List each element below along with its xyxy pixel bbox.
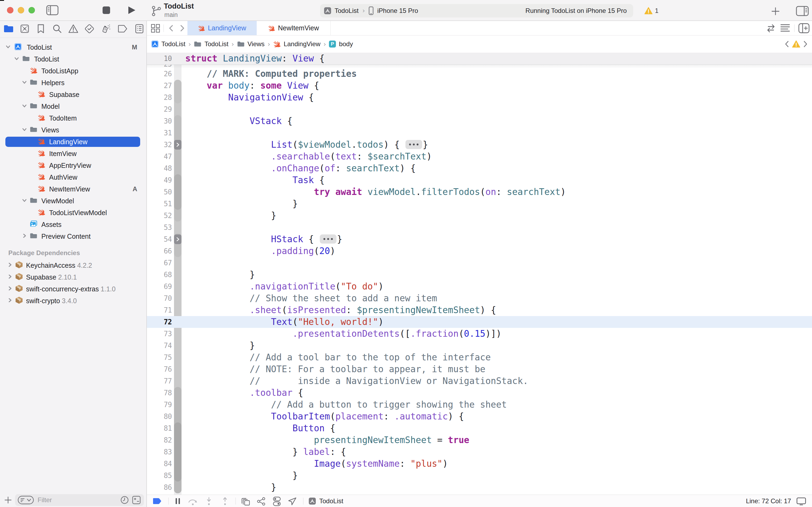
sidebar-item-todolist[interactable]: TodoListM [0,41,147,53]
simulate-location-icon[interactable] [288,497,297,506]
related-items-grid-icon[interactable] [151,23,160,33]
code-line-72[interactable]: 72Text("Hello, world!") [147,316,812,328]
code-line-51[interactable]: 51} [147,198,812,210]
editor-tab-newitemview[interactable]: NewItemView [257,21,330,35]
code-line-27[interactable]: 27var body: some View { [147,80,812,92]
jumpbar-item-views[interactable]: Views [237,40,265,48]
code-line-66[interactable]: 66.padding(20) [147,245,812,257]
code-fold-ellipsis[interactable] [405,140,422,149]
code-line-68[interactable]: 68} [147,269,812,281]
navigator-tab-reports-icon[interactable] [135,24,143,35]
source-control-status-icon[interactable] [132,496,141,504]
toggle-left-sidebar-icon[interactable] [46,5,59,15]
code-line-82[interactable]: 82presentingNewItemSheet = true [147,434,812,446]
code-line-26[interactable]: 26// MARK: Computed properties [147,68,812,80]
sidebar-item-todolistapp[interactable]: TodoListApp [0,65,147,77]
code-line-67[interactable]: 67 [147,257,812,269]
code-line-80[interactable]: 80ToolbarItem(placement: .automatic) { [147,410,812,422]
code-line-29[interactable]: 29 [147,103,812,115]
close-window-button[interactable] [7,7,13,13]
debug-process-chip[interactable]: TodoList [308,495,343,507]
code-line-84[interactable]: 84Image(systemName: "plus") [147,458,812,470]
sidebar-item-assets[interactable]: Assets [0,219,147,230]
code-line-52[interactable]: 52} [147,210,812,222]
go-forward-chevron-icon[interactable] [178,24,186,32]
jumpbar-item-body[interactable]: Pbody [329,40,353,48]
sidebar-item-model[interactable]: Model [0,101,147,112]
step-into-icon[interactable] [204,497,214,506]
disclosure-expanded-icon[interactable] [21,79,27,86]
navigator-tab-bookmarks-icon[interactable] [37,24,45,35]
code-line-47[interactable]: 47.searchable(text: $searchText) [147,151,812,163]
code-line-78[interactable]: 78.toolbar { [147,387,812,399]
disclosure-expanded-icon[interactable] [21,126,27,133]
navigator-tab-issues-icon[interactable] [68,24,78,35]
code-line-86[interactable]: 86} [147,482,812,493]
sidebar-item-todoitem[interactable]: TodoItem [0,112,147,124]
jumpbar-item-todolist[interactable]: TodoList [194,40,228,48]
navigator-tab-find-icon[interactable] [52,24,62,35]
next-issue-chevron-icon[interactable] [802,40,809,48]
code-line-77[interactable]: 77// inside a NavigationView or Navigati… [147,375,812,387]
environment-overrides-icon[interactable] [272,497,282,506]
step-over-icon[interactable] [188,497,198,506]
package-item-swift-crypto[interactable]: swift-crypto 3.4.0 [0,295,147,307]
package-item-supabase[interactable]: Supabase 2.10.1 [0,271,147,283]
code-line-49[interactable]: 49Task { [147,174,812,186]
breakpoints-toggle-icon[interactable] [153,498,162,505]
sidebar-item-todolist[interactable]: TodoList [0,53,147,65]
package-item-swift-concurrency-extras[interactable]: swift-concurrency-extras 1.1.0 [0,283,147,295]
sidebar-item-helpers[interactable]: Helpers [0,77,147,89]
code-line-74[interactable]: 74} [147,340,812,351]
disclosure-expanded-icon[interactable] [5,44,11,51]
code-line-48[interactable]: 48.onChange(of: searchText) { [147,163,812,174]
code-line-54[interactable]: 54HStack { } [147,233,812,245]
package-item-keychainaccess[interactable]: KeychainAccess 4.2.2 [0,260,147,271]
device-display-icon[interactable] [797,497,806,505]
warning-count[interactable]: 1 [644,4,658,17]
code-fold-ellipsis[interactable] [320,234,337,243]
line-col-indicator[interactable]: Line: 72 Col: 17 [746,497,791,505]
pause-execution-icon[interactable] [174,497,182,505]
code-line-30[interactable]: 30VStack { [147,115,812,127]
recent-files-clock-icon[interactable] [120,496,129,504]
code-line-32[interactable]: 32List($viewModel.todos) { } [147,139,812,151]
sidebar-item-viewmodel[interactable]: ViewModel [0,195,147,207]
navigator-tab-tests-icon[interactable] [84,23,95,35]
sidebar-item-landingview[interactable]: LandingView [0,136,147,148]
code-editor[interactable]: 2526// MARK: Computed properties27var bo… [147,53,812,495]
sidebar-item-views[interactable]: Views [0,124,147,136]
navigator-tab-project-icon[interactable] [3,24,14,34]
disclosure-expanded-icon[interactable] [21,103,27,110]
sidebar-item-authview[interactable]: AuthView [0,171,147,183]
swap-editor-icon[interactable] [766,23,776,33]
code-line-81[interactable]: 81Button { [147,422,812,434]
disclosure-expanded-icon[interactable] [21,198,27,204]
sidebar-item-supabase[interactable]: Supabase [0,89,147,101]
jumpbar-warning-icon[interactable] [792,40,800,48]
disclosure-collapsed-icon[interactable] [7,285,13,292]
code-line-70[interactable]: 70// Show the sheet to add a new item [147,292,812,304]
toggle-right-inspector-icon[interactable] [796,6,809,16]
code-line-71[interactable]: 71.sheet(isPresented: $presentingNewItem… [147,304,812,316]
code-line-50[interactable]: 50try await viewModel.filterTodos(on: se… [147,186,812,198]
disclosure-collapsed-icon[interactable] [21,233,27,240]
memory-graph-icon[interactable] [256,497,266,506]
jumpbar-item-todolist[interactable]: TodoList [152,40,185,48]
go-back-chevron-icon[interactable] [167,24,175,32]
sidebar-item-appentryview[interactable]: AppEntryView [0,160,147,171]
code-line-83[interactable]: 83} label: { [147,446,812,458]
step-out-icon[interactable] [220,497,230,506]
navigator-tab-debug-icon[interactable] [101,23,111,35]
disclosure-collapsed-icon[interactable] [7,274,13,281]
split-editor-add-icon[interactable] [798,23,810,33]
code-line-69[interactable]: 69.navigationTitle("To do") [147,281,812,292]
editor-tab-landingview[interactable]: LandingView [187,21,257,35]
run-button[interactable] [127,5,136,15]
filter-field[interactable]: Filter [15,494,144,506]
code-line-79[interactable]: 79// Add a button to trigger showing the… [147,399,812,410]
code-line-28[interactable]: 28NavigationView { [147,92,812,103]
minimap-adjust-icon[interactable] [780,23,790,33]
add-item-button[interactable] [3,494,13,506]
view-hierarchy-icon[interactable] [241,497,250,506]
